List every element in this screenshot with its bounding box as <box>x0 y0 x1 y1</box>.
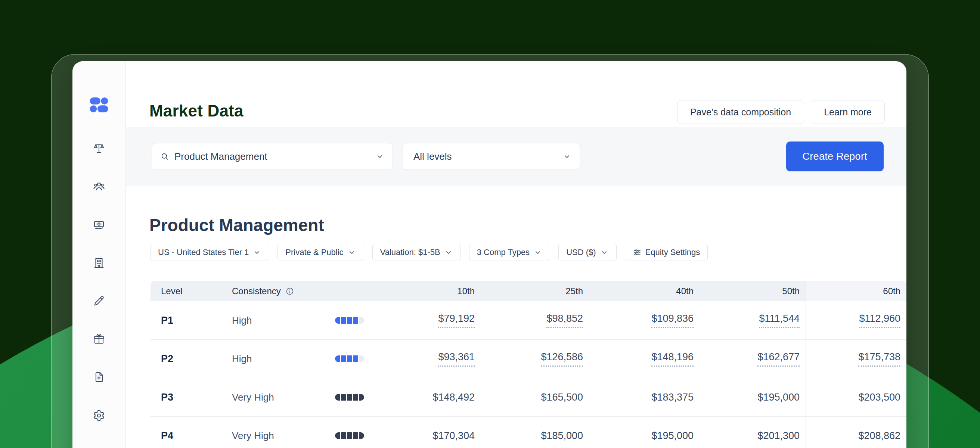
sidebar-item-settings[interactable] <box>90 407 108 424</box>
column-header-consistency: Consistency <box>221 281 372 301</box>
app-window: Market Data Pave's data composition Lear… <box>72 61 907 448</box>
consistency-rating-bar <box>335 317 364 324</box>
file-plus-icon <box>92 371 105 383</box>
rating-segment <box>353 317 358 324</box>
rating-segment <box>335 432 340 439</box>
create-report-button[interactable]: Create Report <box>786 141 884 172</box>
consistency-rating-bar <box>335 432 364 439</box>
filter-chip-private-public[interactable]: Private & Public <box>277 244 364 261</box>
toolbar-band: Product Management All levels Create Rep… <box>126 127 907 186</box>
percentile-value[interactable]: $175,738 <box>858 351 900 367</box>
rating-segment <box>341 394 346 400</box>
balance-icon <box>92 142 105 154</box>
percentile-value[interactable]: $148,196 <box>651 351 694 367</box>
value-cell-60th: $208,862 <box>806 417 907 448</box>
chevron-down-icon <box>533 248 542 257</box>
levels-value: All levels <box>414 151 452 162</box>
market-data-table: LevelConsistency10th25th40th50th60thP1 H… <box>151 281 907 448</box>
percentile-value: $203,500 <box>858 392 900 403</box>
rating-segment <box>335 317 340 324</box>
level-cell: P1 <box>151 301 221 339</box>
sidebar-item-employees[interactable] <box>90 177 108 195</box>
column-header-10th: 10th <box>372 281 480 301</box>
rating-segment <box>341 317 346 324</box>
consistency-cell: High <box>221 301 372 339</box>
sidebar-item-new-report[interactable] <box>90 368 108 386</box>
percentile-value[interactable]: $98,852 <box>546 313 583 328</box>
sidebar-item-leveling[interactable] <box>90 139 108 157</box>
page-title: Market Data <box>150 102 243 120</box>
pave-logo[interactable] <box>90 95 108 114</box>
chevron-down-icon <box>253 248 261 257</box>
percentile-value[interactable]: $162,677 <box>757 351 800 367</box>
learn-more-button[interactable]: Learn more <box>811 100 885 124</box>
chevron-down-icon <box>562 152 571 161</box>
sliders-icon <box>633 248 642 257</box>
sidebar <box>72 61 126 448</box>
rating-segment <box>347 356 352 362</box>
sidebar-item-benefits[interactable] <box>90 330 108 348</box>
value-cell-60th: $175,738 <box>806 340 907 378</box>
rating-segment <box>353 394 358 400</box>
filter-chip-us-united-states-tier-1[interactable]: US - United States Tier 1 <box>150 244 269 261</box>
search-icon <box>160 152 169 161</box>
percentile-value[interactable]: $111,544 <box>759 313 800 328</box>
rating-segment <box>359 432 364 439</box>
pave-logo-icon <box>90 95 108 114</box>
value-cell-40th: $109,836 <box>589 301 700 339</box>
percentile-value: $148,492 <box>433 392 475 403</box>
rating-segment <box>341 432 346 439</box>
rating-segment <box>359 356 364 362</box>
filter-chip-label: 3 Comp Types <box>477 248 530 257</box>
chevron-down-icon <box>444 248 453 257</box>
data-composition-button[interactable]: Pave's data composition <box>677 100 804 124</box>
percentile-value[interactable]: $112,960 <box>859 313 900 328</box>
levels-select[interactable]: All levels <box>402 143 580 170</box>
consistency-rating-bar <box>335 356 364 362</box>
value-cell-25th: $126,586 <box>480 340 589 378</box>
percentile-value[interactable]: $109,836 <box>651 313 694 328</box>
rating-segment <box>359 317 364 324</box>
table-row-p1: P1 High $79,192$98,852$109,836$111,544$1… <box>151 301 907 340</box>
sidebar-item-company[interactable] <box>90 254 108 272</box>
sidebar-item-compensation[interactable] <box>90 215 108 234</box>
value-cell-60th: $112,960 <box>806 301 907 339</box>
chevron-down-icon <box>347 248 356 257</box>
filter-chip-valuation-1-5b[interactable]: Valuation: $1-5B <box>372 244 461 261</box>
pencil-icon <box>92 295 105 307</box>
app-screenshot: Market Data Pave's data composition Lear… <box>0 0 980 448</box>
filter-chip-label: Equity Settings <box>645 248 700 257</box>
column-header-50th: 50th <box>700 281 806 301</box>
value-cell-10th: $170,304 <box>372 417 480 448</box>
header-actions: Pave's data composition Learn more <box>677 100 885 124</box>
filter-chip-usd[interactable]: USD ($) <box>558 244 616 261</box>
table-row-p2: P2 High $93,361$126,586$148,196$162,677$… <box>151 340 907 378</box>
table-row-p4: P4 Very High $170,304$185,000$195,000$20… <box>151 417 907 448</box>
gift-icon <box>92 333 105 345</box>
percentile-value[interactable]: $93,361 <box>438 351 475 367</box>
info-icon[interactable] <box>285 287 294 295</box>
rating-segment <box>353 432 358 439</box>
filter-chip-equity-settings[interactable]: Equity Settings <box>625 244 708 261</box>
rating-segment <box>335 356 340 362</box>
table-header-row: LevelConsistency10th25th40th50th60th <box>151 281 907 301</box>
rating-segment <box>347 432 352 439</box>
percentile-value: $201,300 <box>757 430 800 442</box>
rating-segment <box>359 394 364 400</box>
table-row-p3: P3 Very High $148,492$165,500$183,375$19… <box>151 378 907 417</box>
section-title: Product Management <box>150 215 324 235</box>
value-cell-50th: $201,300 <box>700 417 806 448</box>
sidebar-item-edit[interactable] <box>90 292 108 310</box>
percentile-value: $185,000 <box>541 430 583 442</box>
rating-segment <box>353 356 358 362</box>
value-cell-40th: $195,000 <box>589 417 700 448</box>
value-cell-25th: $185,000 <box>480 417 589 448</box>
column-header-level: Level <box>151 281 221 301</box>
job-family-select[interactable]: Product Management <box>152 143 393 170</box>
value-cell-50th: $195,000 <box>700 378 806 416</box>
filter-chip-3-comp-types[interactable]: 3 Comp Types <box>469 244 550 261</box>
percentile-value[interactable]: $79,192 <box>438 313 475 328</box>
building-icon <box>92 256 105 269</box>
percentile-value[interactable]: $126,586 <box>541 351 583 367</box>
value-cell-40th: $148,196 <box>589 340 700 378</box>
